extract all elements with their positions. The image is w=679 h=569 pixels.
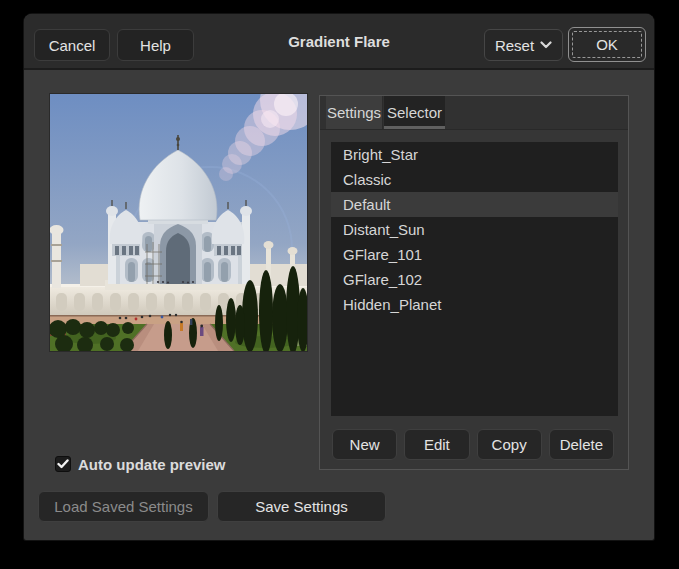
new-button[interactable]: New — [332, 429, 397, 460]
list-item[interactable]: Bright_Star — [331, 142, 618, 167]
auto-update-preview-label: Auto update preview — [78, 456, 226, 473]
list-item[interactable]: GFlare_101 — [331, 242, 618, 267]
gflare-list: Bright_Star Classic Default Distant_Sun … — [331, 142, 618, 416]
gradient-flare-dialog: Cancel Help Gradient Flare Reset OK — [24, 14, 654, 540]
tab-settings[interactable]: Settings — [326, 96, 383, 129]
reset-button-label: Reset — [495, 37, 534, 54]
copy-button[interactable]: Copy — [477, 429, 542, 460]
list-item[interactable]: GFlare_102 — [331, 267, 618, 292]
edit-button[interactable]: Edit — [404, 429, 469, 460]
checkbox-checked-icon[interactable] — [55, 456, 71, 472]
list-item[interactable]: Distant_Sun — [331, 217, 618, 242]
taj-mahal-flare-illustration — [50, 94, 307, 351]
delete-button[interactable]: Delete — [549, 429, 614, 460]
list-action-bar: New Edit Copy Delete — [332, 429, 614, 460]
cancel-button[interactable]: Cancel — [34, 29, 110, 61]
reset-dropdown-button[interactable]: Reset — [484, 29, 563, 61]
tab-bar: Settings Selector — [320, 96, 628, 130]
load-saved-settings-button[interactable]: Load Saved Settings — [38, 491, 209, 522]
help-button[interactable]: Help — [117, 29, 194, 61]
auto-update-preview-toggle[interactable]: Auto update preview — [55, 454, 226, 474]
chevron-down-icon — [540, 41, 552, 49]
list-item-selected[interactable]: Default — [331, 192, 618, 217]
tab-selector[interactable]: Selector — [384, 96, 445, 129]
selector-panel: Settings Selector Bright_Star Classic De… — [319, 95, 629, 470]
save-settings-button[interactable]: Save Settings — [217, 491, 386, 522]
dialog-titlebar: Cancel Help Gradient Flare Reset OK — [24, 14, 654, 70]
preview-image[interactable] — [49, 93, 308, 352]
list-item[interactable]: Hidden_Planet — [331, 292, 618, 317]
list-item[interactable]: Classic — [331, 167, 618, 192]
ok-button[interactable]: OK — [568, 27, 646, 62]
